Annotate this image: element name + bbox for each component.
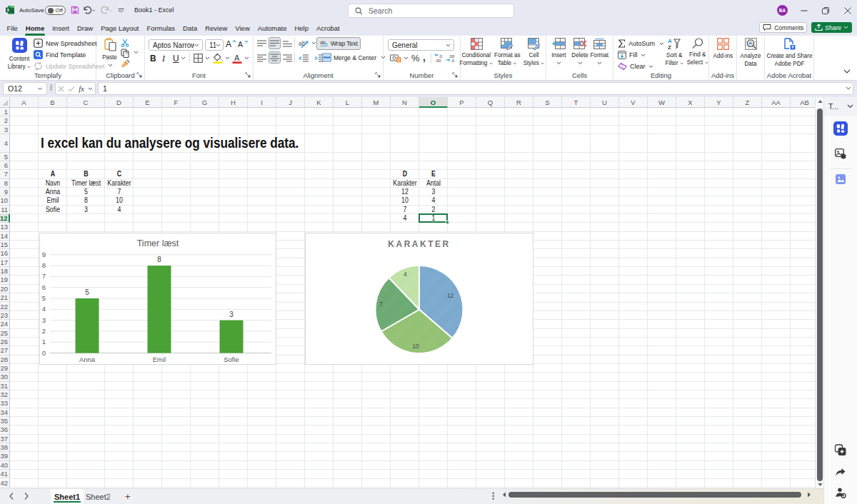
- increase-decimal-button[interactable]: .0.00: [433, 54, 443, 63]
- underline-button[interactable]: U: [173, 54, 179, 64]
- align-top-button[interactable]: [257, 40, 266, 49]
- clipboard-dialog-launcher[interactable]: [136, 72, 142, 78]
- row-header-24[interactable]: 24: [0, 320, 10, 328]
- accounting-dropdown-icon[interactable]: [404, 56, 409, 60]
- merge-center-button[interactable]: Merge & Center: [319, 53, 386, 62]
- sort-filter-button[interactable]: A Z Sort &Filter: [662, 38, 686, 66]
- cell-N11[interactable]: 7: [392, 206, 417, 214]
- menu-tab-insert[interactable]: Insert: [49, 21, 74, 36]
- bar-chart[interactable]: Timer læst01234567895Anna8Emil3Sofie: [39, 233, 276, 365]
- autosave-toggle[interactable]: Off: [45, 6, 66, 15]
- fill-color-button[interactable]: [213, 53, 223, 64]
- decrease-font-button[interactable]: A: [238, 39, 249, 49]
- menu-tab-data[interactable]: Data: [179, 21, 201, 36]
- cell-D9[interactable]: 7: [106, 188, 131, 196]
- row-header-19[interactable]: 19: [0, 276, 10, 284]
- row-header-33[interactable]: 33: [0, 399, 10, 408]
- menu-tab-page-layout[interactable]: Page Layout: [97, 21, 143, 36]
- row-header-2[interactable]: 2: [0, 116, 10, 125]
- format-as-table-button[interactable]: Format asTable: [492, 38, 522, 66]
- cell-B7[interactable]: A: [40, 170, 65, 178]
- fill-button[interactable]: Fill: [618, 51, 646, 59]
- borders-dropdown-icon[interactable]: [205, 56, 210, 60]
- search-input[interactable]: Search: [348, 4, 514, 18]
- menu-tab-help[interactable]: Help: [291, 21, 313, 36]
- align-right-button[interactable]: [283, 54, 292, 63]
- row-header-9[interactable]: 9: [0, 188, 10, 196]
- scroll-left-icon[interactable]: [502, 492, 506, 498]
- spreadsheet-grid[interactable]: ABCDEFGHIJKLMNOPQRSTUVWXYZAAAB 123456789…: [0, 97, 815, 488]
- row-header-36[interactable]: 36: [0, 425, 10, 434]
- redo-button[interactable]: [100, 6, 113, 14]
- font-color-dropdown-icon[interactable]: [244, 56, 249, 60]
- row-header-37[interactable]: 37: [0, 435, 10, 443]
- row-header-6[interactable]: 6: [0, 161, 10, 170]
- bar-sofie[interactable]: [220, 321, 244, 353]
- menu-tab-draw[interactable]: Draw: [73, 21, 96, 36]
- rail-assets-icon[interactable]: [835, 148, 846, 159]
- row-header-32[interactable]: 32: [0, 390, 10, 399]
- row-header-34[interactable]: 34: [0, 408, 10, 417]
- accounting-format-button[interactable]: [390, 54, 401, 63]
- create-pdf-button[interactable]: Create and ShareAdobe PDF: [765, 38, 814, 67]
- font-size-select[interactable]: 11: [205, 39, 224, 51]
- row-header-42[interactable]: 42: [0, 479, 10, 488]
- menu-tab-formulas[interactable]: Formulas: [143, 21, 179, 36]
- vertical-scroll-thumb[interactable]: [817, 109, 823, 481]
- align-left-button[interactable]: [257, 54, 266, 63]
- cell-O10[interactable]: 4: [421, 196, 446, 205]
- conditional-formatting-button[interactable]: ConditionalFormatting: [461, 38, 492, 66]
- cell-O7[interactable]: E: [421, 170, 446, 178]
- avatar[interactable]: BA: [777, 5, 788, 16]
- column-header-W[interactable]: W: [648, 97, 676, 108]
- cut-button[interactable]: [121, 39, 129, 47]
- vertical-scrollbar[interactable]: [815, 97, 823, 488]
- cell-N9[interactable]: 12: [392, 188, 417, 196]
- horizontal-scroll-thumb[interactable]: [508, 492, 801, 498]
- cell-D11[interactable]: 4: [106, 206, 131, 214]
- column-header-Y[interactable]: Y: [705, 97, 733, 108]
- enter-icon[interactable]: [68, 86, 75, 92]
- comments-button[interactable]: Comments: [759, 22, 807, 33]
- cell-D7[interactable]: C: [106, 170, 131, 178]
- cell-O9[interactable]: 3: [421, 188, 446, 196]
- sheet-tab-sheet2[interactable]: Sheet2: [81, 489, 116, 504]
- row-header-23[interactable]: 23: [0, 311, 10, 320]
- paste-button[interactable]: Paste: [99, 38, 121, 67]
- row-header-3[interactable]: 3: [0, 126, 10, 134]
- insert-cells-button[interactable]: Insert: [548, 38, 569, 65]
- menu-tab-review[interactable]: Review: [201, 21, 231, 36]
- customize-qat-icon[interactable]: [118, 8, 124, 13]
- row-header-27[interactable]: 27: [0, 346, 10, 355]
- row-header-41[interactable]: 41: [0, 470, 10, 478]
- add-sheet-button[interactable]: +: [125, 491, 131, 502]
- sheet-tab-active[interactable]: Sheet1: [51, 489, 84, 504]
- menu-tab-view[interactable]: View: [231, 21, 254, 36]
- cell-styles-button[interactable]: CellStyles: [522, 38, 546, 66]
- borders-button[interactable]: [194, 54, 203, 63]
- find-template-button[interactable]: Find Template: [34, 50, 86, 59]
- scroll-right-icon[interactable]: [807, 492, 811, 498]
- bar-emil[interactable]: [148, 266, 171, 353]
- copy-dropdown-icon[interactable]: [134, 51, 139, 54]
- minimize-button[interactable]: [793, 0, 815, 21]
- cell-B8[interactable]: Navn: [40, 179, 65, 188]
- autosum-button[interactable]: AutoSum: [618, 39, 655, 48]
- delete-cells-button[interactable]: Delete: [569, 38, 591, 65]
- fill-handle[interactable]: [446, 221, 449, 224]
- column-header-H[interactable]: H: [219, 97, 248, 108]
- sheet-next-icon[interactable]: [24, 492, 29, 500]
- row-header-31[interactable]: 31: [0, 382, 10, 390]
- rail-person-add-icon[interactable]: [835, 488, 846, 498]
- row-header-30[interactable]: 30: [0, 373, 10, 381]
- row-header-12[interactable]: 12: [0, 214, 10, 223]
- rail-share-icon[interactable]: [836, 468, 846, 477]
- rail-templafy-icon[interactable]: [833, 121, 848, 136]
- close-button[interactable]: [837, 0, 857, 21]
- row-header-17[interactable]: 17: [0, 258, 10, 267]
- column-header-J[interactable]: J: [276, 97, 305, 108]
- row-header-1[interactable]: 1: [0, 108, 10, 116]
- format-painter-button[interactable]: [121, 59, 130, 68]
- tabbar-dots-icon[interactable]: •••: [492, 492, 494, 500]
- share-button[interactable]: Share: [811, 22, 852, 33]
